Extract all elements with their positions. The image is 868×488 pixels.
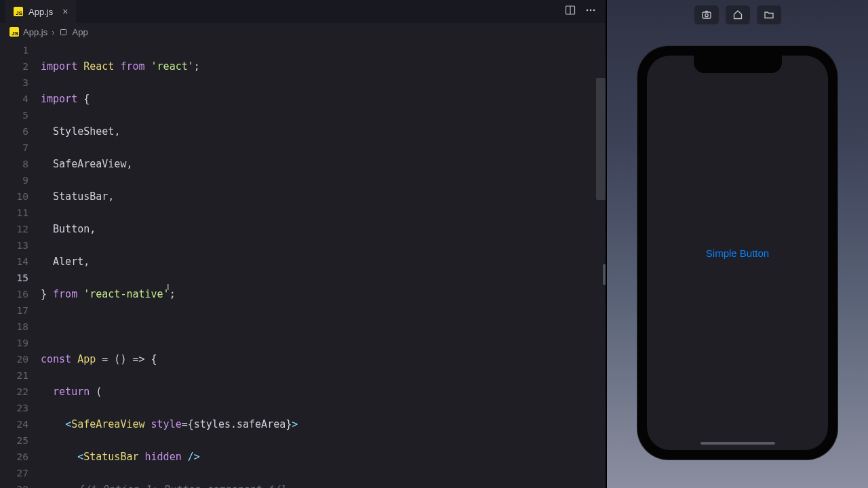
breadcrumb-symbol: App [72,27,87,37]
simple-button[interactable]: Simple Button [706,247,769,259]
simulator-pane: Simple Button [607,0,868,488]
tab-bar: JS App.js × [0,0,606,23]
code-content[interactable]: import React from 'react'; import { Styl… [41,41,606,488]
close-icon[interactable]: × [62,6,68,17]
scrollbar-thumb[interactable] [603,264,606,285]
line-gutter: 1234567891011121314151617181920212223242… [0,41,41,488]
home-indicator[interactable] [701,442,775,445]
svg-rect-5 [60,29,66,35]
home-button[interactable] [726,5,750,24]
phone-screen[interactable]: Simple Button [647,56,828,450]
code-editor[interactable]: 1234567891011121314151617181920212223242… [0,41,606,488]
folder-button[interactable] [757,5,781,24]
split-editor-icon[interactable] [565,5,576,18]
more-icon[interactable] [585,5,596,18]
svg-point-7 [705,14,707,16]
svg-rect-6 [703,12,711,18]
editor-pane: JS App.js × JS App.js › App [0,0,607,488]
scrollbar[interactable] [596,78,606,200]
phone-notch [694,56,782,73]
js-icon: JS [9,27,19,37]
text-cursor-icon: I [167,279,170,296]
breadcrumb[interactable]: JS App.js › App [0,23,606,41]
js-icon: JS [14,7,23,16]
chevron-right-icon: › [52,27,54,37]
phone-frame: Simple Button [637,46,837,460]
breadcrumb-file: App.js [23,27,47,37]
tab-app-js[interactable]: JS App.js × [5,0,76,23]
symbol-icon [58,27,68,37]
screenshot-button[interactable] [694,5,719,24]
tab-filename: App.js [28,7,53,17]
svg-point-3 [590,9,592,12]
svg-point-4 [593,9,595,12]
svg-point-2 [587,9,589,12]
simulator-toolbar [607,0,868,30]
